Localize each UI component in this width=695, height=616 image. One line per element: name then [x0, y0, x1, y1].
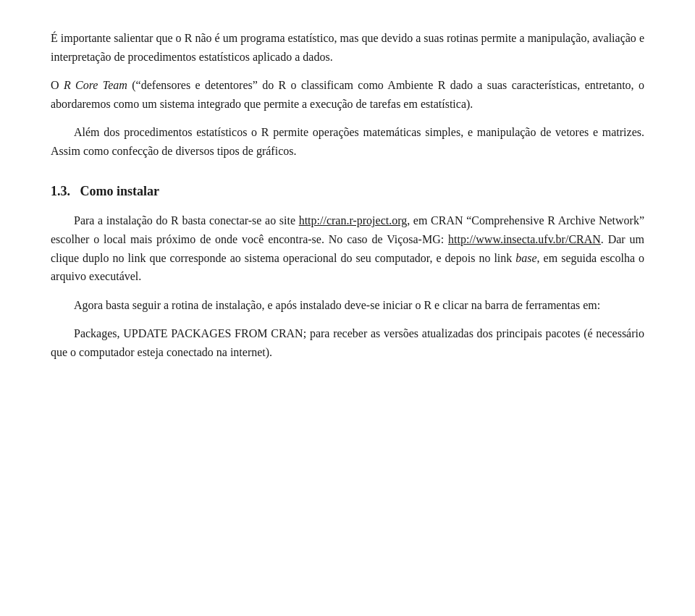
paragraph-2: O R Core Team (“defensores e detentores”… — [51, 76, 644, 113]
main-content: É importante salientar que o R não é um … — [51, 29, 644, 362]
paragraph-4: Para a instalação do R basta conectar-se… — [51, 211, 644, 285]
base-italic: base — [515, 252, 536, 264]
section-title: Como instalar — [80, 184, 160, 198]
insecta-link[interactable]: http://www.insecta.ufv.br/CRAN — [448, 233, 601, 245]
cran-link[interactable]: http://cran.r-project.org — [299, 214, 408, 227]
paragraph-5: Agora basta seguir a rotina de instalaçã… — [51, 296, 644, 315]
section-heading-1-3: 1.3. Como instalar — [51, 181, 644, 202]
paragraph-1: É importante salientar que o R não é um … — [51, 29, 644, 66]
section-number: 1.3. — [51, 184, 70, 198]
paragraph-6: Packages, UPDATE PACKAGES FROM CRAN; par… — [51, 324, 644, 361]
paragraph-3: Além dos procedimentos estatísticos o R … — [51, 123, 644, 160]
r-core-team-italic: R Core Team — [64, 79, 127, 91]
